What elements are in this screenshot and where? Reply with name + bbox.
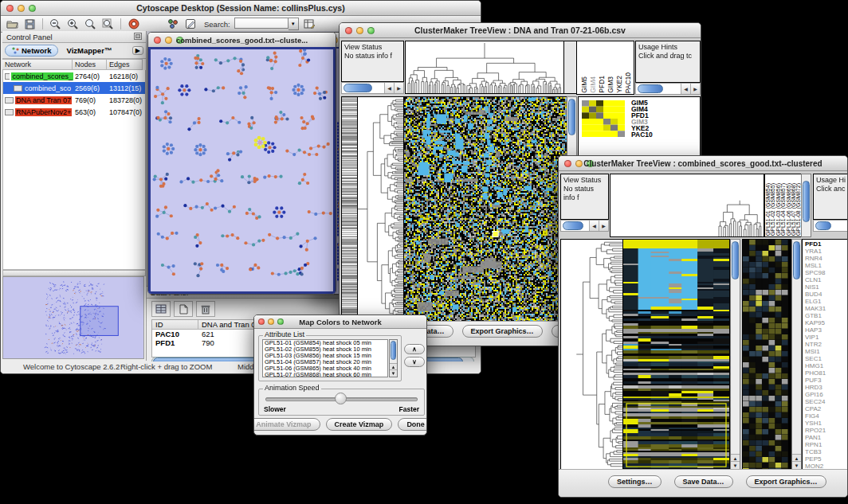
treeview2-titlebar[interactable]: ClusterMaker TreeView : combined_scores_… — [559, 156, 847, 171]
scroll-left-arrow[interactable]: ◀ — [681, 84, 690, 94]
main-titlebar[interactable]: Cytoscape Desktop (Session Name: collins… — [1, 1, 481, 16]
zoom-fit-icon[interactable] — [101, 18, 115, 30]
gene-label[interactable]: RPN1 — [805, 441, 848, 448]
delete-attribute-icon[interactable] — [196, 301, 215, 317]
gene-label[interactable]: SPC98 — [805, 269, 848, 276]
scroll-left-arrow[interactable]: ◀ — [384, 83, 394, 93]
gene-label[interactable]: HAP3 — [805, 326, 848, 334]
gene-label[interactable]: VIP1 — [805, 334, 848, 341]
attribute-list-item[interactable]: GPL51-07 (GSM868) heat shock 60 min — [263, 372, 387, 377]
attribute-grid-icon[interactable] — [151, 301, 171, 317]
tv1-status-scrollbar[interactable]: ◀ ▶ — [341, 82, 404, 94]
speed-slider-thumb[interactable] — [335, 393, 347, 404]
gene-label[interactable]: GTB1 — [805, 312, 848, 319]
network-table-column[interactable]: Nodes — [73, 59, 107, 70]
network-overview-canvas[interactable] — [2, 276, 144, 359]
treeview-button[interactable]: Export Graphics… — [746, 475, 826, 488]
zoom-out-icon[interactable] — [49, 18, 62, 30]
scroll-right-arrow[interactable]: ▶ — [599, 221, 608, 231]
tab-overflow-arrow[interactable]: ▶ — [132, 46, 143, 55]
network-table-column[interactable]: Network — [2, 59, 73, 70]
gene-label[interactable]: TCB3 — [805, 448, 848, 455]
network-graph-canvas[interactable] — [151, 49, 333, 291]
open-folder-icon[interactable] — [6, 18, 19, 30]
create-vizmap-button[interactable]: Create Vizmap — [326, 418, 393, 431]
gene-label[interactable]: PUF3 — [805, 377, 848, 384]
gene-label[interactable]: NTR2 — [805, 341, 848, 348]
move-up-button[interactable]: ∧ — [404, 344, 425, 354]
gene-label[interactable]: MSL1 — [805, 262, 848, 269]
tv1-gene-dendrogram[interactable] — [357, 96, 404, 322]
help-lifering-icon[interactable] — [127, 18, 140, 30]
network-view-titlebar[interactable]: combined_scores_good.txt--cluste... — [148, 33, 336, 48]
scroll-down-arrow[interactable]: ▼ — [731, 461, 740, 469]
animate-vizmap-button[interactable]: Animate Vizmap — [253, 418, 320, 431]
search-dropdown-button[interactable]: ▼ — [289, 18, 299, 30]
vizmap-nodes-icon[interactable] — [166, 18, 179, 30]
gene-label[interactable]: ELG1 — [805, 298, 848, 305]
tv2-hints-scrollbar[interactable] — [813, 220, 848, 232]
network-table-row[interactable]: combined_sco 2569(6) 13112(15) — [3, 82, 145, 94]
new-attribute-icon[interactable] — [174, 301, 193, 317]
dialog-titlebar[interactable]: Map Colors to Network — [254, 315, 426, 329]
gene-label[interactable]: PAN1 — [805, 434, 848, 441]
tv2-status-scrollbar[interactable]: ◀ ▶ — [560, 220, 609, 232]
tv1-hints-scrollbar[interactable]: ◀ ▶ — [635, 83, 701, 95]
tab-network[interactable]: Network — [5, 45, 58, 57]
attribute-list-scrollbar[interactable]: ▲ ▼ — [389, 339, 398, 377]
zoom-in-icon[interactable] — [66, 18, 80, 30]
gene-label[interactable]: NIS1 — [805, 283, 848, 291]
float-panel-icon[interactable] — [134, 33, 142, 41]
search-input[interactable] — [234, 18, 289, 29]
save-icon[interactable] — [23, 18, 37, 30]
attribute-table-icon[interactable] — [303, 18, 316, 30]
gene-label[interactable]: BUD4 — [805, 291, 848, 298]
network-table-row[interactable]: combined_scores_ 2764(0) 16218(0) — [3, 70, 145, 82]
treeview-button[interactable]: Export Graphics… — [462, 325, 543, 338]
scroll-down-arrow[interactable]: ▼ — [390, 369, 397, 377]
gene-label[interactable]: FIG4 — [805, 412, 848, 420]
treeview1-titlebar[interactable]: ClusterMaker TreeView : DNA and Tran 07-… — [340, 23, 701, 38]
gene-label[interactable]: KAP95 — [805, 319, 848, 326]
scroll-right-arrow[interactable]: ▶ — [394, 83, 403, 93]
gene-label[interactable]: YRA1 — [805, 248, 848, 255]
treeview-button[interactable]: Settings… — [608, 475, 662, 488]
tv2-zoom-heatmap[interactable] — [742, 239, 789, 470]
gene-label[interactable]: CLN1 — [805, 276, 848, 283]
gene-label[interactable]: YSH1 — [805, 420, 848, 427]
tv1-zoom-matrix[interactable] — [582, 100, 625, 137]
network-table-column[interactable]: Edges — [107, 59, 143, 70]
scroll-left-arrow[interactable]: ◀ — [589, 221, 599, 231]
gene-label[interactable]: PEP5 — [805, 455, 848, 463]
tab-vizmapper[interactable]: VizMapper™ — [60, 45, 118, 56]
tv1-heatmap[interactable] — [403, 96, 567, 322]
gene-label[interactable]: HRD3 — [805, 384, 848, 391]
gene-label[interactable]: HMG1 — [805, 362, 848, 369]
annotation-icon[interactable] — [183, 18, 197, 30]
gene-label[interactable]: PHO81 — [805, 369, 848, 377]
gene-label[interactable]: SEC24 — [805, 398, 848, 405]
tv2-top-vscrollbar[interactable] — [801, 174, 811, 237]
gene-label[interactable]: RPO21 — [805, 427, 848, 434]
data-col-id[interactable]: ID — [152, 320, 198, 329]
panel-splitter[interactable] — [2, 270, 146, 276]
gene-label[interactable]: SEC1 — [805, 355, 848, 362]
treeview-button[interactable]: Save Data… — [674, 475, 733, 488]
scroll-down-arrow[interactable]: ▼ — [792, 461, 801, 469]
tv2-heatmap[interactable] — [622, 239, 730, 470]
tv2-array-dendrogram[interactable] — [610, 174, 764, 237]
gene-label[interactable]: RNR4 — [805, 255, 848, 262]
zoom-actual-icon[interactable] — [84, 18, 97, 30]
network-table-row[interactable]: DNA and Tran 07 769(0) 183728(0) — [3, 94, 145, 106]
done-button[interactable]: Done — [398, 418, 427, 431]
move-down-button[interactable]: ∨ — [404, 357, 425, 367]
gene-label[interactable]: PFD1 — [805, 240, 848, 248]
tv2-gene-dendrogram[interactable] — [560, 239, 623, 470]
gene-label[interactable]: MAK31 — [805, 305, 848, 312]
tv2-gene-vscrollbar[interactable]: ▲ ▼ — [791, 239, 802, 470]
network-table-row[interactable]: RNAPuberNov2+ 563(0) 107847(0) — [3, 106, 145, 118]
tv1-array-dendrogram[interactable] — [405, 41, 564, 94]
tv2-heatmap-vscrollbar[interactable]: ▲ ▼ — [730, 239, 740, 470]
gene-label[interactable]: GPI16 — [805, 391, 848, 398]
scroll-right-arrow[interactable]: ▶ — [690, 84, 700, 94]
